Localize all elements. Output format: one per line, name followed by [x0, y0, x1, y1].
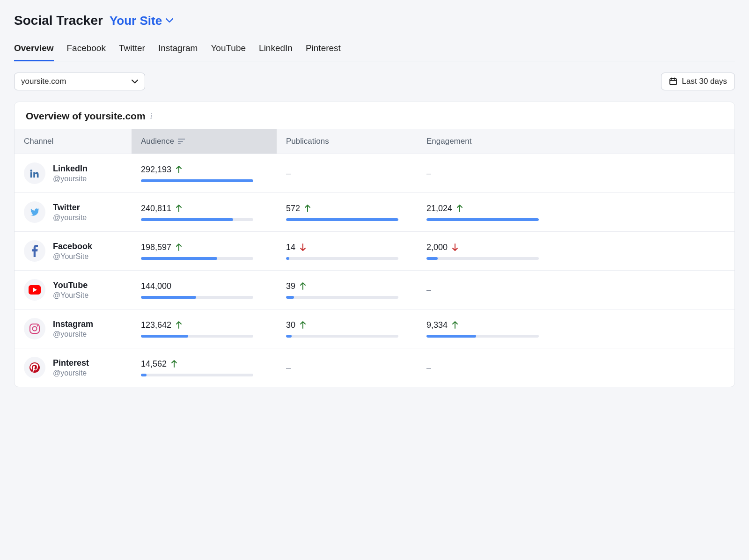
col-channel[interactable]: Channel [15, 129, 132, 154]
chevron-down-icon [166, 18, 173, 23]
instagram-icon [24, 318, 45, 339]
overview-panel: Overview of yoursite.com i Channel Audie… [14, 102, 735, 387]
audience-cell: 14,562 [132, 355, 277, 380]
channel-name: Instagram [53, 319, 93, 329]
site-select[interactable]: yoursite.com [14, 73, 145, 90]
audience-value: 198,597 [141, 243, 171, 252]
table-row: LinkedIn@yoursite292,193–– [15, 154, 734, 192]
engagement-value: 2,000 [426, 243, 448, 252]
channel-cell[interactable]: LinkedIn@yoursite [15, 161, 132, 186]
calendar-icon [669, 77, 677, 86]
date-range-select[interactable]: Last 30 days [661, 73, 735, 90]
linkedin-icon [24, 162, 45, 184]
audience-cell: 292,193 [132, 161, 277, 186]
arrow-down-icon [452, 243, 458, 251]
tab-instagram[interactable]: Instagram [158, 40, 198, 61]
table-body: LinkedIn@yoursite292,193––Twitter@yoursi… [15, 154, 734, 387]
site-select-value: yoursite.com [21, 77, 66, 86]
publications-value-row: 572 [286, 204, 408, 214]
publications-value: 572 [286, 204, 300, 214]
arrow-up-icon [176, 321, 182, 329]
pinterest-icon [24, 357, 45, 378]
engagement-value: – [426, 169, 725, 178]
arrow-down-icon [300, 243, 306, 251]
site-name: Your Site [110, 14, 162, 28]
info-icon[interactable]: i [150, 111, 153, 121]
panel-title: Overview of yoursite.com [26, 111, 146, 122]
publications-bar [286, 296, 398, 299]
tabs: OverviewFacebookTwitterInstagramYouTubeL… [14, 40, 735, 61]
engagement-cell: 9,334 [417, 316, 734, 341]
channel-cell[interactable]: YouTube@YourSite [15, 277, 132, 302]
engagement-bar [426, 257, 539, 260]
engagement-bar [426, 335, 539, 338]
publications-value: – [286, 363, 408, 373]
audience-bar [141, 179, 253, 182]
channel-name: YouTube [53, 280, 88, 290]
arrow-up-icon [452, 321, 458, 329]
publications-value: – [286, 169, 408, 178]
publications-bar [286, 335, 398, 338]
audience-bar [141, 218, 253, 221]
engagement-cell: – [417, 161, 734, 186]
tab-youtube[interactable]: YouTube [211, 40, 246, 61]
channel-name: Facebook [53, 242, 92, 251]
arrow-up-icon [176, 243, 182, 251]
engagement-value: – [426, 285, 725, 295]
audience-value-row: 14,562 [141, 359, 267, 369]
svg-point-3 [33, 327, 37, 331]
engagement-cell: 2,000 [417, 238, 734, 264]
date-range-value: Last 30 days [682, 77, 727, 86]
publications-bar [286, 257, 398, 260]
col-audience[interactable]: Audience [132, 129, 277, 154]
audience-bar [141, 296, 253, 299]
engagement-bar [426, 218, 539, 221]
publications-value-row: 39 [286, 281, 408, 291]
table-row: YouTube@YourSite144,00039– [15, 270, 734, 309]
table-row: Twitter@yoursite240,81157221,024 [15, 192, 734, 231]
audience-cell: 123,642 [132, 316, 277, 341]
publications-bar [286, 218, 398, 221]
audience-bar [141, 335, 253, 338]
engagement-value: 9,334 [426, 320, 448, 330]
channel-handle: @yoursite [53, 330, 93, 339]
svg-rect-0 [670, 79, 676, 85]
audience-value: 14,562 [141, 359, 167, 369]
controls-row: yoursite.com Last 30 days [14, 73, 735, 90]
channel-name: Twitter [53, 203, 87, 213]
tab-overview[interactable]: Overview [14, 40, 54, 61]
publications-cell: 30 [277, 316, 417, 341]
tab-twitter[interactable]: Twitter [119, 40, 145, 61]
arrow-up-icon [176, 166, 182, 173]
channel-cell[interactable]: Twitter@yoursite [15, 199, 132, 225]
channel-cell[interactable]: Pinterest@yoursite [15, 355, 132, 380]
engagement-cell: 21,024 [417, 199, 734, 225]
audience-value-row: 123,642 [141, 320, 267, 330]
tab-facebook[interactable]: Facebook [67, 40, 106, 61]
channel-handle: @YourSite [53, 252, 92, 261]
panel-title-row: Overview of yoursite.com i [15, 102, 734, 129]
publications-value-row: 14 [286, 243, 408, 252]
channel-handle: @yoursite [53, 175, 88, 183]
audience-bar [141, 374, 253, 376]
audience-cell: 240,811 [132, 199, 277, 225]
channel-cell[interactable]: Facebook@YourSite [15, 238, 132, 264]
channel-handle: @YourSite [53, 291, 88, 300]
arrow-up-icon [300, 282, 306, 290]
arrow-up-icon [171, 360, 177, 368]
tab-pinterest[interactable]: Pinterest [306, 40, 341, 61]
channel-name: Pinterest [53, 358, 89, 368]
audience-value: 123,642 [141, 320, 171, 330]
channel-name: LinkedIn [53, 164, 88, 174]
publications-cell: 572 [277, 199, 417, 225]
audience-cell: 144,000 [132, 277, 277, 302]
audience-value-row: 292,193 [141, 165, 267, 175]
table-header: Channel Audience Publications Engagement [15, 129, 734, 154]
col-engagement[interactable]: Engagement [417, 129, 734, 154]
channel-cell[interactable]: Instagram@yoursite [15, 316, 132, 341]
col-publications[interactable]: Publications [277, 129, 417, 154]
tab-linkedin[interactable]: LinkedIn [259, 40, 293, 61]
site-dropdown[interactable]: Your Site [110, 14, 173, 28]
publications-cell: 39 [277, 277, 417, 302]
publications-cell: – [277, 355, 417, 380]
